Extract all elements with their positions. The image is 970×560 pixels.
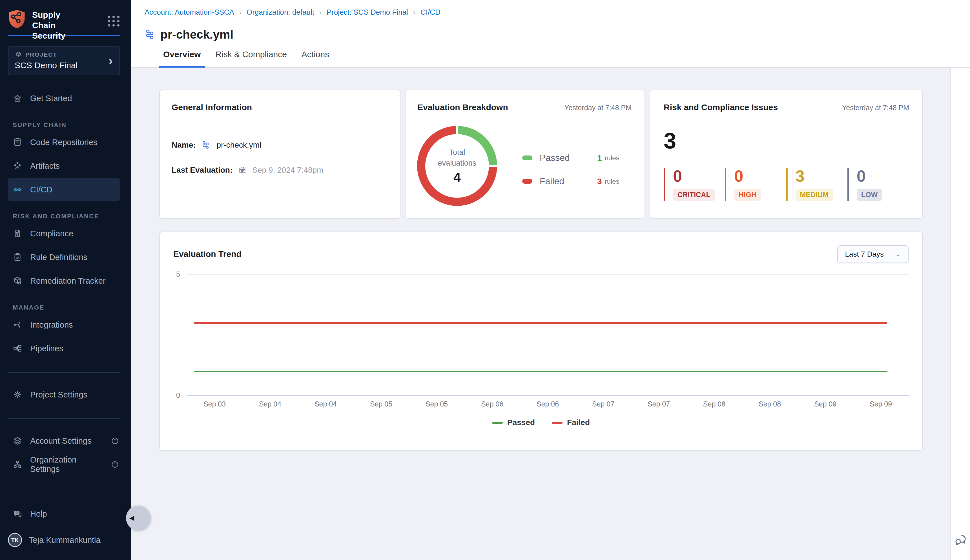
- trend-legend-passed: Passed: [492, 418, 535, 427]
- name-label: Name:: [172, 140, 196, 150]
- x-tick-label: Sep 07: [592, 400, 614, 408]
- breadcrumb-link-ci-cd[interactable]: CI/CD: [421, 8, 441, 17]
- help-chat-icon: ?: [13, 509, 22, 518]
- legend-unit: rules: [605, 154, 619, 162]
- x-tick-label: Sep 04: [314, 400, 337, 408]
- x-tick-label: Sep 08: [759, 400, 781, 408]
- last-evaluation-value: Sep 9, 2024 7:48pm: [252, 166, 323, 175]
- chat-bubbles-icon[interactable]: [954, 533, 967, 547]
- legend-count: 3: [597, 177, 602, 186]
- y-tick-label: 5: [170, 270, 180, 278]
- y-tick-label: 0: [170, 391, 180, 400]
- info-icon[interactable]: [111, 437, 119, 445]
- tab-risk-compliance[interactable]: Risk & Compliance: [215, 42, 287, 67]
- app-switcher-icon[interactable]: [108, 16, 120, 27]
- tab-actions[interactable]: Actions: [302, 42, 329, 67]
- sidebar-admin-nav: Account SettingsOrganization Settings: [0, 429, 131, 476]
- sidebar-item-ci-cd[interactable]: CI/CD: [8, 178, 120, 202]
- x-axis-line: [187, 395, 908, 396]
- breadcrumb-separator: ›: [413, 8, 416, 16]
- divider: [8, 418, 120, 419]
- nav-section-header: RISK AND COMPLIANCE: [13, 213, 131, 220]
- supply-chain-security-logo: [8, 10, 26, 29]
- user-menu[interactable]: TK Teja Kummarikuntla: [0, 526, 131, 554]
- sidebar-item-get-started[interactable]: Get Started: [0, 87, 131, 110]
- severity-count: 0: [857, 168, 908, 184]
- user-name: Teja Kummarikuntla: [29, 535, 100, 545]
- legend-swatch: [522, 179, 533, 184]
- sidebar-item-code-repositories[interactable]: </>Code Repositories: [0, 130, 131, 154]
- severity-breakdown: 0CRITICAL0HIGH3MEDIUM0LOW: [664, 168, 908, 201]
- sidebar-item-label: Rule Definitions: [30, 253, 87, 262]
- timestamp: Yesterday at 7:48 PM: [842, 104, 909, 112]
- sidebar-item-label: Get Started: [30, 94, 72, 103]
- account-settings-icon: [13, 436, 22, 446]
- x-tick-label: Sep 06: [537, 400, 559, 408]
- sidebar-item-help[interactable]: ? Help: [0, 502, 131, 526]
- tab-overview[interactable]: Overview: [163, 42, 200, 67]
- info-icon[interactable]: [111, 460, 119, 469]
- sidebar-item-label: Help: [30, 509, 47, 518]
- remediation-tracker-icon: [13, 276, 22, 286]
- home-icon: [13, 93, 22, 103]
- last-evaluation-label: Last Evaluation:: [172, 166, 232, 175]
- sidebar-item-organization-settings[interactable]: Organization Settings: [0, 453, 131, 476]
- sidebar-item-remediation-tracker[interactable]: Remediation Tracker: [0, 269, 131, 293]
- severity-count: 0: [734, 168, 786, 184]
- divider: [8, 495, 120, 495]
- sidebar-item-account-settings[interactable]: Account Settings: [0, 429, 131, 453]
- sidebar-item-rule-definitions[interactable]: Rule Definitions: [0, 245, 131, 269]
- cicd-infinity-icon: [13, 185, 22, 194]
- severity-medium: 3MEDIUM: [786, 168, 847, 201]
- trend-line-chart: 05: [187, 274, 908, 395]
- app-title: Supply Chain Security: [32, 10, 86, 41]
- gear-icon: [13, 390, 22, 400]
- sidebar-collapse-handle[interactable]: ◀: [126, 506, 151, 530]
- breadcrumb-link-project-scs-demo-final[interactable]: Project: SCS Demo Final: [327, 8, 408, 17]
- sidebar: Supply Chain Security PROJECT SCS Demo F…: [0, 0, 131, 560]
- sidebar-item-project-settings[interactable]: Project Settings: [0, 383, 131, 407]
- breadcrumb: Account: Automation-SSCA›Organization: d…: [145, 8, 970, 17]
- avatar: TK: [8, 533, 22, 547]
- x-tick-label: Sep 05: [426, 400, 448, 408]
- sidebar-item-artifacts[interactable]: Artifacts: [0, 154, 131, 178]
- sidebar-item-pipelines[interactable]: Pipelines: [0, 337, 131, 360]
- breadcrumb-separator: ›: [239, 8, 242, 16]
- sidebar-item-integrations[interactable]: Integrations: [0, 313, 131, 337]
- sidebar-item-label: Pipelines: [30, 344, 63, 353]
- project-label: PROJECT: [25, 51, 57, 58]
- name-row: Name: pr-check.yml: [172, 140, 388, 150]
- tab-bar: OverviewRisk & ComplianceActions: [131, 42, 970, 68]
- total-issues-value: 3: [664, 130, 908, 152]
- legend-row-failed: Failed3rules: [522, 176, 619, 187]
- x-tick-label: Sep 03: [204, 400, 226, 408]
- breadcrumb-link-account-automation-ssca[interactable]: Account: Automation-SSCA: [145, 8, 234, 17]
- legend-dash: [552, 422, 563, 424]
- svg-text:</>: </>: [15, 141, 19, 144]
- calendar-icon: [238, 166, 247, 174]
- card-title: General Information: [172, 103, 388, 112]
- trend-legend-failed: Failed: [552, 418, 590, 427]
- sidebar-item-label: Artifacts: [30, 162, 60, 171]
- severity-badge: HIGH: [734, 189, 761, 201]
- pipelines-icon: [13, 344, 22, 353]
- series-line-passed: [194, 371, 887, 372]
- sidebar-item-label: CI/CD: [30, 185, 52, 194]
- x-axis-labels: Sep 03Sep 04Sep 04Sep 05Sep 05Sep 06Sep …: [187, 400, 908, 410]
- breadcrumb-link-organization-default[interactable]: Organization: default: [247, 8, 314, 17]
- gridline: [187, 274, 908, 275]
- risk-compliance-issues-card: Risk and Compliance Issues Yesterday at …: [649, 90, 923, 218]
- last-evaluation-row: Last Evaluation: Sep 9, 2024 7:48pm: [172, 166, 388, 175]
- card-title: Evaluation Trend: [173, 249, 242, 259]
- legend-unit: rules: [605, 177, 619, 185]
- right-rail: [950, 68, 970, 560]
- project-selector[interactable]: PROJECT SCS Demo Final ›: [8, 46, 120, 75]
- legend-label: Passed: [540, 153, 597, 163]
- date-range-select[interactable]: Last 7 Days ⌄: [837, 245, 908, 263]
- chevron-down-icon: ⌄: [895, 250, 901, 258]
- legend-row-passed: Passed1rules: [522, 153, 619, 163]
- integrations-icon: [13, 320, 22, 330]
- sidebar-nav: Get StartedSUPPLY CHAIN</>Code Repositor…: [0, 87, 131, 360]
- nav-section-header: MANAGE: [13, 304, 131, 311]
- sidebar-item-compliance[interactable]: Compliance: [0, 222, 131, 245]
